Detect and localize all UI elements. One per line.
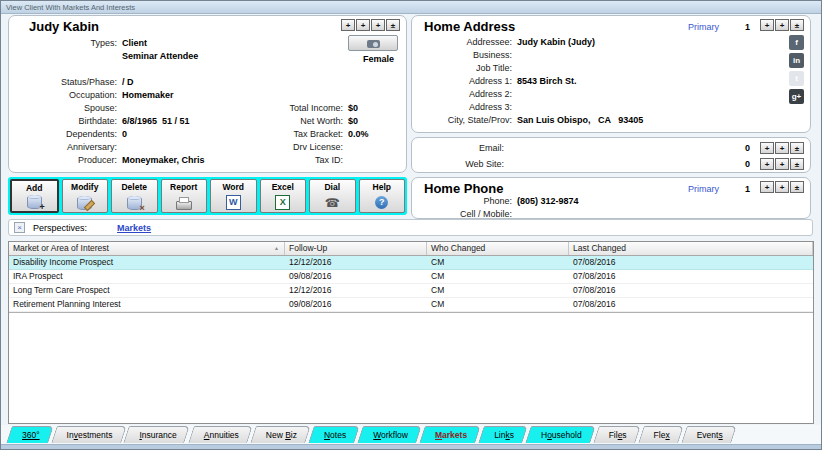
table-cell: Long Term Care Prospect (9, 284, 285, 297)
record-nav-button[interactable]: + (760, 19, 774, 31)
table-cell: CM (427, 270, 569, 283)
field-value: San Luis Obispo, CA 93405 (517, 115, 643, 125)
tab-files[interactable]: Files (596, 426, 638, 443)
website-row: Web Site:0++± (412, 156, 810, 172)
modify-button[interactable]: Modify (62, 179, 109, 213)
record-nav-button[interactable]: + (760, 142, 774, 154)
dial-button[interactable]: Dial☎ (309, 179, 356, 213)
tab-workflow[interactable]: Workflow (360, 426, 419, 443)
address-count: 1 (745, 22, 750, 32)
perspectives-toggle-icon[interactable]: × (14, 222, 25, 233)
record-nav-button[interactable]: + (775, 181, 789, 193)
tab-new-biz[interactable]: New Biz (253, 426, 308, 443)
field-label: Net Worth: (219, 115, 348, 128)
tab-label: Household (541, 430, 582, 440)
column-header[interactable]: Follow-Up (285, 242, 427, 255)
perspectives-label: Perspectives: (33, 223, 87, 233)
column-header[interactable]: Who Changed (427, 242, 569, 255)
tab-360[interactable]: 360° (9, 426, 51, 443)
field-row: Addressee:Judy Kabin (Judy) (416, 36, 806, 49)
record-nav-button[interactable]: ± (790, 158, 804, 170)
field-label: Total Income: (219, 102, 348, 115)
column-header[interactable]: Last Changed (569, 242, 813, 255)
tab-markets[interactable]: Markets (422, 426, 478, 443)
field-label: Email: (412, 140, 509, 156)
column-header[interactable]: Market or Area of Interest▲ (9, 242, 285, 255)
tab-events[interactable]: Events (684, 426, 734, 443)
excel-button[interactable]: ExcelX (260, 179, 307, 213)
record-nav-button[interactable]: + (356, 19, 370, 31)
field-label: Producer: (13, 154, 122, 167)
client-field-row: Occupation:Homemaker (13, 89, 402, 102)
help-button[interactable]: Help? (359, 179, 406, 213)
field-row: Address 2: (416, 88, 806, 101)
perspectives-markets-link[interactable]: Markets (117, 223, 151, 233)
tab-flex[interactable]: Flex (641, 426, 681, 443)
plus-badge: + (39, 202, 44, 212)
tab-label: New Biz (266, 430, 297, 440)
table-row[interactable]: Long Term Care Prospect12/12/2016CM07/08… (9, 284, 813, 298)
record-nav-button[interactable]: + (775, 142, 789, 154)
field-label: Phone: (416, 195, 517, 208)
help-icon: ? (375, 196, 388, 209)
client-field-row: Spouse:Total Income:$0 (13, 102, 402, 115)
record-nav-button[interactable]: + (371, 19, 385, 31)
add-icon: + (12, 194, 57, 209)
client-name: Judy Kabin (29, 19, 99, 34)
report-button[interactable]: Report (161, 179, 208, 213)
field-label: Job Title: (416, 62, 517, 75)
pencil-badge (84, 199, 95, 210)
phone-record-nav: ++± (760, 181, 804, 193)
field-value: (805) 312-9874 (517, 196, 579, 206)
table-cell: 12/12/2016 (285, 256, 427, 269)
word-button[interactable]: WordW (210, 179, 257, 213)
table-row[interactable]: IRA Prospect09/08/2016CM07/08/2016 (9, 270, 813, 284)
field-value: 0 (122, 129, 127, 139)
client-fields: Types:ClientSeminar AttendeeStatus/Phase… (13, 37, 402, 167)
toolbar-button-label: Help (360, 182, 405, 192)
add-button[interactable]: Add+ (10, 179, 59, 213)
field-value: Homemaker (122, 90, 174, 100)
tab-notes[interactable]: Notes (311, 426, 357, 443)
field-label: Web Site: (412, 156, 509, 172)
record-nav-button[interactable]: ± (386, 19, 400, 31)
tab-label: Markets (435, 430, 467, 440)
phone-primary-link[interactable]: Primary (688, 184, 719, 194)
tab-label: Annuities (204, 430, 239, 440)
table-row[interactable]: Disability Income Prospect12/12/2016CM07… (9, 256, 813, 270)
record-nav-button[interactable]: + (341, 19, 355, 31)
delete-badge: × (139, 203, 144, 213)
client-field-row: Producer:Moneymaker, ChrisTax ID: (13, 154, 402, 167)
markets-table: Market or Area of Interest▲Follow-UpWho … (8, 241, 814, 424)
window-titlebar[interactable]: View Client With Markets And Interests (1, 1, 821, 14)
tab-insurance[interactable]: Insurance (126, 426, 187, 443)
toolbar-button-label: Word (211, 182, 256, 192)
record-nav-button[interactable]: + (775, 19, 789, 31)
field-value: 8543 Birch St. (517, 76, 577, 86)
field-row: Phone:(805) 312-9874 (416, 195, 806, 208)
tab-household[interactable]: Household (528, 426, 593, 443)
table-cell: 09/08/2016 (285, 270, 427, 283)
phone-fields: Phone:(805) 312-9874Cell / Mobile: (416, 195, 806, 221)
tab-label: Files (609, 430, 627, 440)
record-nav-button[interactable]: ± (790, 181, 804, 193)
client-summary-panel: Judy Kabin +++± Female Types:ClientSemin… (8, 15, 407, 173)
view-client-window: View Client With Markets And Interests J… (0, 0, 822, 450)
record-nav-button[interactable]: + (775, 158, 789, 170)
field-label: Address 1: (416, 75, 517, 88)
delete-button[interactable]: Delete× (111, 179, 158, 213)
record-nav-button[interactable]: + (760, 181, 774, 193)
tab-links[interactable]: Links (481, 426, 525, 443)
tab-annuities[interactable]: Annuities (191, 426, 250, 443)
field-label: City, State/Prov: (416, 114, 517, 127)
address-primary-link[interactable]: Primary (688, 22, 719, 32)
tab-investments[interactable]: Investments (54, 426, 124, 443)
phone-dial-icon: ☎ (325, 196, 340, 210)
help-icon: ? (360, 195, 405, 210)
excel-icon: X (261, 195, 306, 210)
record-nav-button[interactable]: ± (790, 142, 804, 154)
table-row[interactable]: Retirement Planning Interest09/08/2016CM… (9, 298, 813, 312)
field-value: 6/8/1965 51 / 51 (122, 116, 190, 126)
record-nav-button[interactable]: ± (790, 19, 804, 31)
record-nav-button[interactable]: + (760, 158, 774, 170)
